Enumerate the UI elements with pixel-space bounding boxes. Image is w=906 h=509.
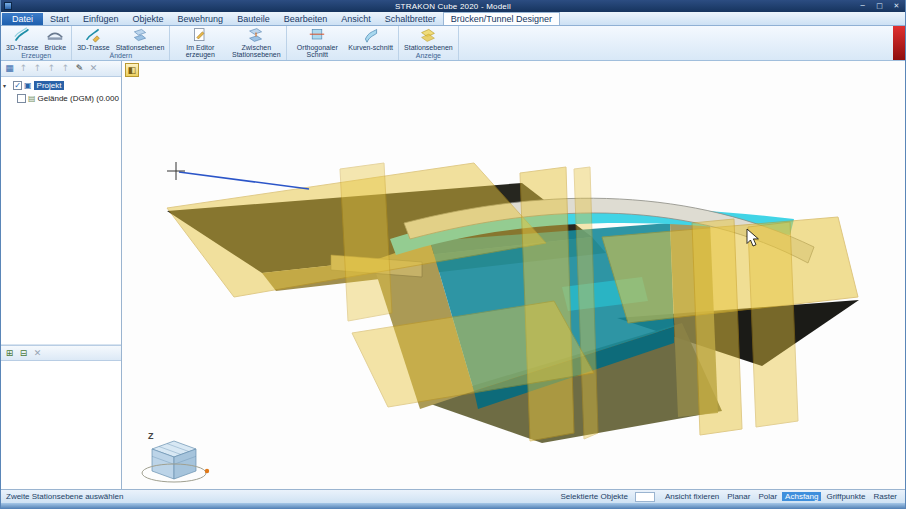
nav-cube-orbit-handle[interactable] [205, 469, 209, 473]
selected-objects-label: Selektierte Objekte [560, 492, 628, 501]
menu-tab-start[interactable]: Start [43, 13, 76, 25]
snap-crosshair-icon [167, 162, 185, 180]
menu-tab-ansicht[interactable]: Ansicht [334, 13, 378, 25]
status-toggle-ansicht-fixieren[interactable]: Ansicht fixieren [662, 492, 722, 501]
ribbon-button-label: 3D-Trasse [6, 44, 38, 51]
nav-cube-axis-label: Z [148, 431, 154, 441]
status-bar: Zweite Stationsebene auswählen Selektier… [1, 489, 905, 503]
delete-icon[interactable]: ✕ [87, 62, 100, 75]
ribbon-group-label: Ändern [74, 51, 167, 60]
ribbon-button-label: Kurven-schnitt [348, 44, 393, 51]
project-window-icon[interactable]: ▦ [3, 62, 16, 75]
tree-item-label: Gelände (DGM) (0.000 m) [38, 94, 121, 103]
3d-model-scene: Z [122, 61, 905, 489]
menu-tab-objekte[interactable]: Objekte [126, 13, 171, 25]
menu-tab-bearbeiten[interactable]: Bearbeiten [277, 13, 335, 25]
station-plane[interactable] [692, 219, 742, 435]
ribbon-button-3d-trasse[interactable]: 3D-Trasse [74, 27, 112, 51]
tree-item-label: Projekt [34, 81, 65, 90]
menu-tab-bauteile[interactable]: Bauteile [230, 13, 277, 25]
ribbon-group-label: Erzeugen [3, 51, 69, 60]
status-message: Zweite Stationsebene auswählen [6, 492, 123, 501]
model-viewport[interactable]: ◧ [122, 61, 905, 489]
status-right: Selektierte Objekte Ansicht fixierenPlan… [560, 492, 900, 502]
ribbon-group-standard: Orthogonaler SchnittKurven-schnittStanda… [287, 26, 399, 60]
ribbon-button-kurven-schnitt[interactable]: Kurven-schnitt [345, 27, 396, 51]
selected-objects-count [635, 492, 655, 502]
delete-row-icon[interactable]: ✕ [31, 347, 44, 360]
ribbon: 3D-TrasseBrückeErzeugen3D-TrasseStations… [1, 26, 905, 61]
kurven-schnitt-icon [363, 27, 379, 44]
alignment-axis-line [179, 172, 309, 189]
status-toggle-raster[interactable]: Raster [870, 492, 900, 501]
ribbon-button-im-editor-erzeugen[interactable]: Im Editor erzeugen [172, 27, 228, 59]
menu-tabs: DateiStartEinfügenObjekteBewehrungBautei… [1, 12, 905, 26]
window-title: STRAKON Cube 2020 - Modell [395, 2, 511, 11]
move-up-icon[interactable]: ↑ [59, 62, 72, 75]
status-toggle-polar[interactable]: Polar [755, 492, 780, 501]
display-mode-icon[interactable]: ◧ [125, 63, 139, 77]
menu-tab-datei[interactable]: Datei [2, 13, 43, 25]
app-icon [4, 2, 12, 10]
ribbon-groups: 3D-TrasseBrückeErzeugen3D-TrasseStations… [1, 26, 459, 60]
close-button[interactable]: ✕ [888, 0, 905, 12]
ortho-schnitt-icon [309, 27, 325, 44]
ribbon-button-label: Orthogonaler Schnitt [292, 44, 342, 59]
strakon-window: { "window": { "title": "STRAKON Cube 202… [0, 0, 906, 509]
minimize-button[interactable]: ─ [854, 0, 871, 12]
window-bottom-frame [1, 503, 905, 509]
station-plane[interactable] [340, 163, 392, 321]
trasse-3d-icon [14, 27, 30, 44]
ribbon-button-zwischen-stationsebenen[interactable]: Zwischen Stationsebenen [228, 27, 284, 59]
status-toggle-griffpunkte[interactable]: Griffpunkte [823, 492, 868, 501]
add-row-icon[interactable]: ⊞ [3, 347, 16, 360]
edit-icon[interactable]: ✎ [73, 62, 86, 75]
window-controls: ─ □ ✕ [854, 0, 905, 12]
move-up-icon[interactable]: ↑ [31, 62, 44, 75]
menu-tab-schaltbretter[interactable]: Schaltbretter [378, 13, 443, 25]
ribbon-button-stationsebenen[interactable]: Stationsebenen [401, 27, 456, 51]
visibility-checkbox[interactable]: ✓ [13, 81, 22, 90]
menu-tab-einfügen[interactable]: Einfügen [76, 13, 126, 25]
status-toggle-achsfang[interactable]: Achsfang [782, 492, 821, 501]
station-plane[interactable] [748, 222, 798, 427]
status-toggle-planar[interactable]: Planar [724, 492, 753, 501]
add-group-icon[interactable]: ⊟ [17, 347, 30, 360]
ribbon-button-brücke[interactable]: Brücke [41, 27, 69, 51]
project-tree: ▾✓▣Projekt▤Gelände (DGM) (0.000 m) [1, 77, 121, 345]
expander-icon[interactable]: ▾ [3, 82, 11, 89]
ribbon-group-erzeugen: 3D-TrasseBrückeErzeugen [1, 26, 72, 60]
bruecke-icon [47, 27, 63, 44]
viewport-toolbar: ◧ [125, 63, 139, 77]
title-bar: STRAKON Cube 2020 - Modell ─ □ ✕ [1, 0, 905, 12]
ribbon-button-label: 3D-Trasse [77, 44, 109, 51]
station-list-area[interactable] [1, 361, 121, 489]
editor-icon [192, 27, 208, 44]
ribbon-group-regelquerschnitt: Im Editor erzeugenZwischen Stationsebene… [170, 26, 287, 60]
main-area: ▦↑↑↑↑✎✕ ▾✓▣Projekt▤Gelände (DGM) (0.000 … [1, 61, 905, 489]
ribbon-button-label: Brücke [44, 44, 66, 51]
move-up-icon[interactable]: ↑ [45, 62, 58, 75]
ebenen-anzeige-icon [420, 27, 436, 44]
maximize-button[interactable]: □ [871, 0, 888, 12]
tree-item-gelände-dgm-0-000-m[interactable]: ▤Gelände (DGM) (0.000 m) [1, 92, 121, 105]
status-toggles: Ansicht fixierenPlanarPolarAchsfangGriff… [662, 492, 900, 501]
move-up-icon[interactable]: ↑ [17, 62, 30, 75]
project-panel: ▦↑↑↑↑✎✕ ▾✓▣Projekt▤Gelände (DGM) (0.000 … [1, 61, 122, 489]
menu-tab-bewehrung[interactable]: Bewehrung [171, 13, 231, 25]
trasse-edit-icon [85, 27, 101, 44]
navigation-cube[interactable]: Z [142, 431, 209, 482]
menu-tab-brücken-tunnel-designer[interactable]: Brücken/Tunnel Designer [443, 12, 560, 25]
ribbon-group-ändern: 3D-TrasseStationsebenenÄndern [72, 26, 170, 60]
ribbon-button-stationsebenen[interactable]: Stationsebenen [113, 27, 168, 51]
ribbon-button-label: Stationsebenen [116, 44, 165, 51]
ribbon-button-orthogonaler-schnitt[interactable]: Orthogonaler Schnitt [289, 27, 345, 59]
ribbon-group-anzeige: StationsebenenAnzeige [399, 26, 459, 60]
ribbon-overflow-panel [893, 26, 905, 60]
list-toolbar: ⊞⊟✕ [1, 345, 121, 361]
tree-item-projekt[interactable]: ▾✓▣Projekt [1, 79, 121, 92]
visibility-checkbox[interactable] [17, 94, 26, 103]
terrain-layer-icon: ▤ [28, 94, 36, 103]
ribbon-button-3d-trasse[interactable]: 3D-Trasse [3, 27, 41, 51]
project-panel-toolbar: ▦↑↑↑↑✎✕ [1, 61, 121, 77]
